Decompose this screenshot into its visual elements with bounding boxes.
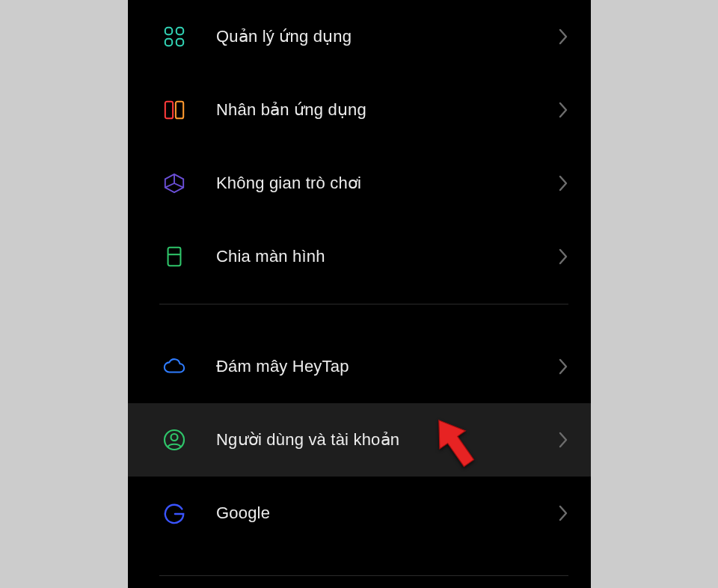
- row-heytap-cloud[interactable]: Đám mây HeyTap: [128, 330, 591, 403]
- google-icon: [159, 502, 189, 524]
- section-divider: [159, 575, 568, 576]
- chevron-right-icon: [547, 101, 568, 119]
- section-divider: [159, 304, 568, 304]
- row-game-space[interactable]: Không gian trò chơi: [128, 147, 591, 220]
- svg-rect-3: [177, 39, 183, 46]
- row-users-accounts[interactable]: Người dùng và tài khoản: [128, 403, 591, 477]
- row-label: Quản lý ứng dụng: [189, 27, 547, 46]
- chevron-right-icon: [547, 358, 568, 376]
- row-label: Không gian trò chơi: [189, 174, 547, 193]
- svg-rect-5: [176, 102, 183, 119]
- svg-line-8: [165, 183, 174, 188]
- svg-line-9: [174, 183, 183, 188]
- row-label: Google: [189, 503, 547, 523]
- row-label: Người dùng và tài khoản: [189, 430, 547, 450]
- row-label: Đám mây HeyTap: [189, 357, 547, 376]
- chevron-right-icon: [547, 431, 568, 449]
- svg-rect-10: [168, 248, 181, 266]
- row-label: Chia màn hình: [189, 247, 547, 266]
- svg-rect-2: [165, 39, 172, 46]
- settings-list: Quản lý ứng dụng Nhân bản ứng dụng: [128, 0, 591, 576]
- svg-rect-0: [165, 28, 172, 34]
- chevron-right-icon: [547, 174, 568, 192]
- settings-screen: Quản lý ứng dụng Nhân bản ứng dụng: [128, 0, 591, 588]
- grid-apps-icon: [159, 25, 189, 48]
- svg-rect-1: [177, 28, 183, 34]
- chevron-right-icon: [547, 248, 568, 266]
- svg-point-13: [171, 434, 178, 441]
- split-rect-icon: [159, 99, 189, 121]
- row-split-screen[interactable]: Chia màn hình: [128, 220, 591, 293]
- chevron-right-icon: [547, 504, 568, 522]
- row-label: Nhân bản ứng dụng: [189, 100, 547, 120]
- row-google[interactable]: Google: [128, 477, 591, 550]
- row-app-cloner[interactable]: Nhân bản ứng dụng: [128, 73, 591, 147]
- chevron-right-icon: [547, 28, 568, 46]
- row-app-management[interactable]: Quản lý ứng dụng: [128, 0, 591, 73]
- cloud-icon: [159, 355, 189, 378]
- split-screen-icon: [159, 245, 189, 268]
- cube-icon: [159, 172, 189, 195]
- svg-rect-4: [165, 102, 173, 119]
- user-circle-icon: [159, 428, 189, 452]
